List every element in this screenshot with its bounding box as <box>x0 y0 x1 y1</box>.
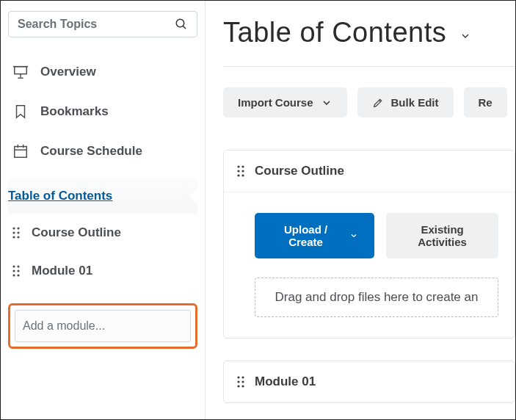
svg-point-13 <box>17 231 19 233</box>
sidebar-item-toc[interactable]: Table of Contents <box>8 178 197 214</box>
svg-point-17 <box>17 265 19 267</box>
related-button[interactable]: Re <box>464 87 507 117</box>
button-label: Existing Activities <box>401 223 484 248</box>
svg-point-30 <box>241 376 244 378</box>
card-body: Upload / Create Existing Activities Drag… <box>224 192 515 338</box>
search-field-wrap <box>8 11 197 37</box>
svg-point-14 <box>12 236 15 238</box>
title-dropdown[interactable] <box>459 30 471 42</box>
svg-point-29 <box>237 376 239 378</box>
svg-point-15 <box>17 236 19 238</box>
card-title: Course Outline <box>255 164 344 178</box>
sidebar-item-schedule[interactable]: Course Schedule <box>8 131 197 171</box>
svg-point-33 <box>237 385 239 387</box>
search-icon <box>175 18 188 31</box>
page-title-row: Table of Contents <box>223 17 515 67</box>
module-01-card: Module 01 <box>223 361 515 403</box>
button-label: Bulk Edit <box>391 96 439 109</box>
existing-activities-button[interactable]: Existing Activities <box>386 213 498 258</box>
sidebar-module-label: Course Outline <box>32 225 121 240</box>
svg-point-18 <box>12 269 15 272</box>
active-notch <box>189 187 198 205</box>
upload-create-button[interactable]: Upload / Create <box>255 213 374 258</box>
svg-point-27 <box>237 174 239 176</box>
svg-point-20 <box>12 274 15 276</box>
svg-point-28 <box>241 174 244 176</box>
course-outline-card: Course Outline Upload / Create Existing … <box>223 150 515 338</box>
svg-point-32 <box>241 380 244 383</box>
svg-point-19 <box>17 269 19 272</box>
chevron-down-icon <box>321 97 333 109</box>
sidebar: Overview Bookmarks Course Schedule Table… <box>1 1 206 419</box>
toolbar: Import Course Bulk Edit Re <box>223 87 515 117</box>
search-input[interactable] <box>18 18 175 31</box>
chevron-down-icon <box>459 30 471 42</box>
svg-rect-6 <box>15 147 27 158</box>
card-header-course-outline: Course Outline <box>224 151 515 192</box>
bookmark-icon <box>12 104 29 120</box>
button-label: Import Course <box>238 96 313 109</box>
dropzone[interactable]: Drag and drop files here to create an <box>255 278 498 317</box>
card-title: Module 01 <box>255 374 316 389</box>
svg-point-25 <box>237 170 239 172</box>
bulk-edit-button[interactable]: Bulk Edit <box>357 87 454 117</box>
pencil-icon <box>372 97 384 109</box>
svg-point-0 <box>176 19 184 27</box>
card-header-module-01: Module 01 <box>224 361 515 402</box>
sidebar-item-label: Course Schedule <box>40 144 142 159</box>
sidebar-item-overview[interactable]: Overview <box>8 52 197 92</box>
sidebar-module-course-outline[interactable]: Course Outline <box>8 214 197 252</box>
add-module-input[interactable] <box>15 310 191 342</box>
presentation-icon <box>12 64 29 80</box>
svg-rect-2 <box>15 67 27 74</box>
svg-point-16 <box>12 265 15 267</box>
chevron-down-icon <box>349 231 358 241</box>
sidebar-module-01[interactable]: Module 01 <box>8 252 197 290</box>
sidebar-module-label: Module 01 <box>32 264 92 278</box>
drag-handle-icon[interactable] <box>11 264 21 278</box>
svg-point-11 <box>17 227 19 229</box>
sidebar-item-label: Overview <box>40 65 96 79</box>
drag-handle-icon[interactable] <box>236 374 246 389</box>
page-title: Table of Contents <box>223 17 446 48</box>
svg-line-1 <box>183 26 186 29</box>
sidebar-item-bookmarks[interactable]: Bookmarks <box>8 92 197 131</box>
add-module-highlight <box>8 303 197 349</box>
drag-handle-icon[interactable] <box>236 164 246 178</box>
main-content: Table of Contents Import Course Bulk Edi… <box>206 1 515 419</box>
dropzone-text: Drag and drop files here to create an <box>275 290 479 304</box>
svg-line-22 <box>379 100 380 101</box>
toc-link-text[interactable]: Table of Contents <box>8 189 112 203</box>
card-actions: Upload / Create Existing Activities <box>255 213 498 258</box>
svg-point-10 <box>12 227 15 229</box>
svg-point-23 <box>237 165 239 167</box>
calendar-icon <box>12 143 29 159</box>
svg-point-21 <box>17 274 19 276</box>
svg-point-26 <box>241 170 244 172</box>
svg-point-31 <box>237 380 239 383</box>
svg-point-34 <box>241 385 244 387</box>
svg-point-12 <box>12 231 15 233</box>
button-label: Upload / Create <box>271 223 341 248</box>
svg-point-24 <box>241 165 244 167</box>
sidebar-item-label: Bookmarks <box>40 104 109 119</box>
import-course-button[interactable]: Import Course <box>223 87 347 117</box>
drag-handle-icon[interactable] <box>11 225 21 240</box>
button-label: Re <box>479 96 493 109</box>
